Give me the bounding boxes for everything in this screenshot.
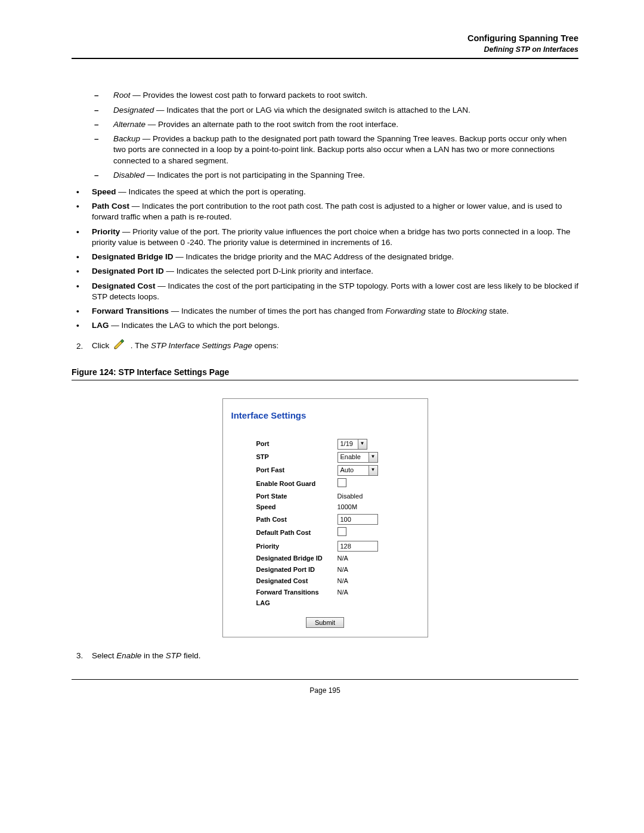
running-header: Configuring Spanning Tree Defining STP o… — [72, 33, 578, 54]
bullet: • — [72, 227, 92, 248]
definition-list: • Speed — Indicates the speed at which t… — [72, 187, 578, 331]
path-cost-value: 100 — [340, 515, 351, 524]
list-text: Path Cost — Indicates the port contribut… — [92, 201, 578, 222]
header-title: Configuring Spanning Tree — [72, 33, 578, 45]
list-text: Speed — Indicates the speed at which the… — [92, 187, 578, 197]
list-text: Designated Bridge ID — Indicates the bri… — [92, 252, 578, 262]
chevron-down-icon[interactable]: ▼ — [369, 466, 377, 475]
row-forward-transitions: Forward Transitions N/A — [256, 587, 382, 598]
default-path-cost-label: Default Path Cost — [256, 526, 338, 540]
priority-input[interactable]: 128 — [338, 541, 378, 552]
list-item: – Disabled — Indicates the port is not p… — [72, 170, 578, 181]
row-designated-bridge-id: Designated Bridge ID N/A — [256, 553, 382, 564]
list-item: – Designated — Indicates that the port o… — [72, 105, 578, 116]
row-port: Port 1/19 ▼ — [256, 438, 382, 451]
list-item: • Path Cost — Indicates the port contrib… — [72, 201, 578, 222]
list-item: • Speed — Indicates the speed at which t… — [72, 187, 578, 197]
designated-cost-label: Designated Cost — [256, 575, 338, 587]
footer-rule — [72, 679, 578, 680]
row-designated-cost: Designated Cost N/A — [256, 575, 382, 587]
port-fast-select-value: Auto — [340, 466, 354, 475]
stp-label: STP — [256, 451, 338, 464]
bullet: • — [72, 266, 92, 277]
bullet: • — [72, 252, 92, 262]
dash-bullet: – — [72, 134, 107, 166]
role-list: – Root — Provides the lowest cost path t… — [72, 90, 578, 181]
step-list: 2. Click . The STP Interface Settings Pa… — [72, 339, 578, 353]
interface-settings-panel: Interface Settings Port 1/19 ▼ STP — [222, 398, 428, 637]
stp-select-value: Enable — [340, 453, 361, 462]
list-item: • LAG — Indicates the LAG to which the p… — [72, 320, 578, 331]
dash-bullet: – — [72, 119, 107, 130]
row-lag: LAG — [256, 597, 382, 609]
row-stp: STP Enable ▼ — [256, 451, 382, 464]
port-select[interactable]: 1/19 ▼ — [338, 439, 367, 450]
row-path-cost: Path Cost 100 — [256, 513, 382, 526]
designated-port-id-value: N/A — [338, 564, 382, 575]
list-text: Designated — Indicates that the port or … — [107, 105, 578, 116]
list-item: • Priority — Priority value of the port.… — [72, 227, 578, 248]
row-port-fast: Port Fast Auto ▼ — [256, 464, 382, 477]
default-path-cost-checkbox[interactable] — [338, 527, 346, 536]
edit-pencil-icon — [113, 339, 126, 353]
priority-value: 128 — [340, 542, 351, 551]
bullet: • — [72, 306, 92, 317]
designated-bridge-id-value: N/A — [338, 553, 382, 564]
forward-transitions-label: Forward Transitions — [256, 587, 338, 598]
enable-root-guard-label: Enable Root Guard — [256, 477, 338, 491]
step-number: 3. — [72, 651, 92, 661]
lag-label: LAG — [256, 597, 338, 609]
step-text: Select Enable in the STP field. — [92, 651, 578, 661]
settings-table: Port 1/19 ▼ STP Enable ▼ — [256, 438, 382, 609]
port-fast-select[interactable]: Auto ▼ — [338, 465, 378, 476]
designated-cost-value: N/A — [338, 575, 382, 587]
bullet: • — [72, 201, 92, 222]
header-rule — [72, 58, 578, 59]
speed-value: 1000M — [338, 501, 382, 513]
step-list-2: 3. Select Enable in the STP field. — [72, 651, 578, 661]
figure-caption: Figure 124: STP Interface Settings Page — [72, 367, 578, 378]
list-text: Designated Port ID — Indicates the selec… — [92, 266, 578, 277]
port-select-value: 1/19 — [340, 439, 353, 448]
priority-label: Priority — [256, 540, 338, 553]
path-cost-label: Path Cost — [256, 513, 338, 526]
designated-port-id-label: Designated Port ID — [256, 564, 338, 575]
stp-select[interactable]: Enable ▼ — [338, 452, 378, 463]
list-item: • Designated Port ID — Indicates the sel… — [72, 266, 578, 277]
step-number: 2. — [72, 341, 92, 352]
chevron-down-icon[interactable]: ▼ — [358, 439, 367, 449]
list-text: Alternate — Provides an alternate path t… — [107, 119, 578, 130]
row-default-path-cost: Default Path Cost — [256, 526, 382, 540]
list-text: Designated Cost — Indicates the cost of … — [92, 281, 578, 302]
submit-button[interactable]: Submit — [306, 617, 344, 628]
figure-rule — [72, 380, 578, 380]
dash-bullet: – — [72, 170, 107, 181]
list-item: • Forward Transitions — Indicates the nu… — [72, 306, 578, 317]
path-cost-input[interactable]: 100 — [338, 514, 378, 525]
svg-marker-0 — [114, 341, 122, 349]
list-text: Priority — Priority value of the port. T… — [92, 227, 578, 248]
row-designated-port-id: Designated Port ID N/A — [256, 564, 382, 575]
panel-title: Interface Settings — [231, 410, 419, 422]
forward-transitions-value: N/A — [338, 587, 382, 598]
port-state-label: Port State — [256, 491, 338, 502]
row-enable-root-guard: Enable Root Guard — [256, 477, 382, 491]
port-fast-label: Port Fast — [256, 464, 338, 477]
bullet: • — [72, 320, 92, 331]
port-state-value: Disabled — [338, 491, 382, 502]
list-text: Disabled — Indicates the port is not par… — [107, 170, 578, 181]
chevron-down-icon[interactable]: ▼ — [369, 453, 377, 462]
list-item: • Designated Cost — Indicates the cost o… — [72, 281, 578, 302]
enable-root-guard-checkbox[interactable] — [338, 478, 346, 487]
designated-bridge-id-label: Designated Bridge ID — [256, 553, 338, 564]
list-text: LAG — Indicates the LAG to which the por… — [92, 320, 578, 331]
page-number: Page 195 — [72, 686, 578, 695]
step-text: Click . The STP Interface Settings Page … — [92, 339, 578, 353]
dash-bullet: – — [72, 90, 107, 101]
header-subtitle: Defining STP on Interfaces — [72, 45, 578, 55]
list-item: – Alternate — Provides an alternate path… — [72, 119, 578, 130]
lag-value — [338, 597, 382, 609]
list-item: – Backup — Provides a backup path to the… — [72, 134, 578, 166]
list-text: Root — Provides the lowest cost path to … — [107, 90, 578, 101]
list-item: – Root — Provides the lowest cost path t… — [72, 90, 578, 101]
